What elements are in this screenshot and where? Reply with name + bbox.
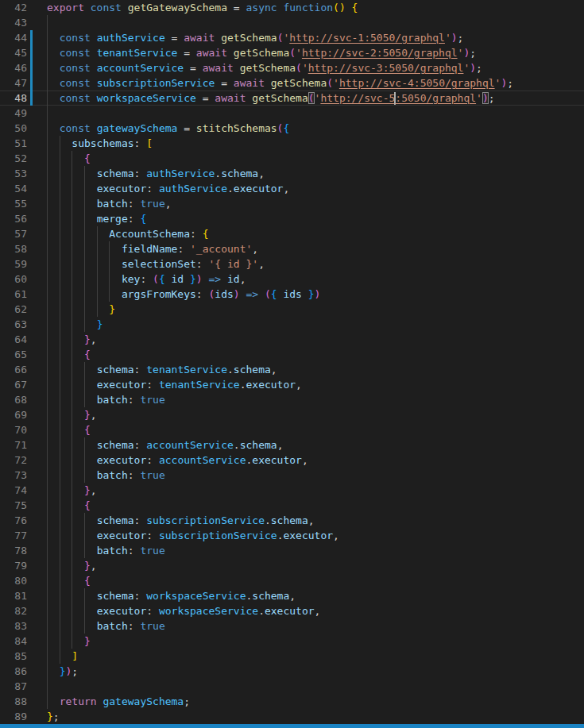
- code-line[interactable]: 42export const getGatewaySchema = async …: [0, 0, 584, 15]
- code-line[interactable]: 45 const tenantService = await getSchema…: [0, 45, 584, 60]
- line-number[interactable]: 57: [0, 226, 27, 241]
- line-number[interactable]: 88: [0, 694, 27, 709]
- code-line[interactable]: 71 schema: accountService.schema,: [0, 437, 584, 453]
- code-line[interactable]: 66 schema: tenantService.schema,: [0, 362, 584, 377]
- line-number[interactable]: 63: [0, 317, 27, 332]
- line-number[interactable]: 62: [0, 302, 27, 317]
- code-line[interactable]: 86 });: [0, 664, 584, 679]
- code-line[interactable]: 58 fieldName: '_account',: [0, 241, 584, 256]
- code-line[interactable]: 43: [0, 15, 584, 30]
- line-number[interactable]: 48: [0, 91, 27, 106]
- line-number[interactable]: 81: [0, 588, 27, 603]
- code-line[interactable]: 88 return gatewaySchema;: [0, 694, 584, 709]
- line-number[interactable]: 68: [0, 392, 27, 407]
- line-number[interactable]: 61: [0, 287, 27, 302]
- line-number[interactable]: 67: [0, 377, 27, 392]
- code-line[interactable]: 55 batch: true,: [0, 196, 584, 211]
- code-line[interactable]: 83 batch: true: [0, 618, 584, 634]
- line-number[interactable]: 42: [0, 0, 27, 15]
- line-number[interactable]: 44: [0, 30, 27, 45]
- code-line[interactable]: 54 executor: authService.executor,: [0, 181, 584, 196]
- git-modified-indicator[interactable]: [30, 75, 33, 91]
- code-line[interactable]: 52 {: [0, 151, 584, 166]
- line-number[interactable]: 72: [0, 453, 27, 468]
- line-number[interactable]: 51: [0, 136, 27, 151]
- code-line[interactable]: 47 const subscriptionService = await get…: [0, 75, 584, 91]
- code-line[interactable]: 72 executor: accountService.executor,: [0, 453, 584, 468]
- line-number[interactable]: 75: [0, 498, 27, 513]
- line-number[interactable]: 54: [0, 181, 27, 196]
- line-number[interactable]: 74: [0, 483, 27, 498]
- code-line[interactable]: 65 {: [0, 347, 584, 362]
- line-number[interactable]: 87: [0, 679, 27, 694]
- line-number[interactable]: 47: [0, 75, 27, 91]
- line-number[interactable]: 73: [0, 468, 27, 483]
- code-line[interactable]: 59 selectionSet: '{ id }',: [0, 256, 584, 272]
- line-number[interactable]: 83: [0, 618, 27, 634]
- code-line[interactable]: 63 }: [0, 317, 584, 332]
- line-number[interactable]: 80: [0, 573, 27, 588]
- code-line[interactable]: 51 subschemas: [: [0, 136, 584, 151]
- line-number[interactable]: 45: [0, 45, 27, 60]
- code-line[interactable]: 68 batch: true: [0, 392, 584, 407]
- line-number[interactable]: 55: [0, 196, 27, 211]
- line-number[interactable]: 49: [0, 106, 27, 121]
- line-number[interactable]: 46: [0, 60, 27, 75]
- code-line[interactable]: 49: [0, 106, 584, 121]
- line-number[interactable]: 79: [0, 558, 27, 573]
- line-number[interactable]: 70: [0, 422, 27, 437]
- code-line[interactable]: 61 argsFromKeys: (ids) => ({ ids }): [0, 287, 584, 302]
- code-line[interactable]: 50 const gatewaySchema = stitchSchemas({: [0, 121, 584, 136]
- line-number[interactable]: 89: [0, 709, 27, 724]
- line-number[interactable]: 71: [0, 437, 27, 453]
- code-line[interactable]: 80 {: [0, 573, 584, 588]
- git-modified-indicator[interactable]: [30, 60, 33, 75]
- code-line[interactable]: 82 executor: workspaceService.executor,: [0, 603, 584, 618]
- line-number[interactable]: 86: [0, 664, 27, 679]
- code-line[interactable]: 85 ]: [0, 649, 584, 664]
- line-number[interactable]: 59: [0, 256, 27, 272]
- code-line[interactable]: 73 batch: true: [0, 468, 584, 483]
- line-number[interactable]: 78: [0, 543, 27, 558]
- code-line[interactable]: 57 AccountSchema: {: [0, 226, 584, 241]
- code-line[interactable]: 62 }: [0, 302, 584, 317]
- code-line[interactable]: 60 key: ({ id }) => id,: [0, 272, 584, 287]
- code-line[interactable]: 81 schema: workspaceService.schema,: [0, 588, 584, 603]
- line-number[interactable]: 53: [0, 166, 27, 181]
- line-number[interactable]: 58: [0, 241, 27, 256]
- line-number[interactable]: 52: [0, 151, 27, 166]
- line-number[interactable]: 50: [0, 121, 27, 136]
- code-line[interactable]: 77 executor: subscriptionService.executo…: [0, 528, 584, 543]
- code-line[interactable]: 53 schema: authService.schema,: [0, 166, 584, 181]
- line-number[interactable]: 56: [0, 211, 27, 226]
- code-line[interactable]: 70 {: [0, 422, 584, 437]
- git-modified-indicator[interactable]: [30, 30, 33, 45]
- git-modified-indicator[interactable]: [30, 45, 33, 60]
- code-line[interactable]: 56 merge: {: [0, 211, 584, 226]
- line-number[interactable]: 66: [0, 362, 27, 377]
- line-number[interactable]: 77: [0, 528, 27, 543]
- code-line[interactable]: 89};: [0, 709, 584, 724]
- line-number[interactable]: 65: [0, 347, 27, 362]
- code-line[interactable]: 48 const workspaceService = await getSch…: [0, 91, 584, 106]
- line-number[interactable]: 82: [0, 603, 27, 618]
- line-number[interactable]: 84: [0, 634, 27, 649]
- code-line[interactable]: 46 const accountService = await getSchem…: [0, 60, 584, 75]
- line-number[interactable]: 85: [0, 649, 27, 664]
- code-line[interactable]: 79 },: [0, 558, 584, 573]
- code-line[interactable]: 67 executor: tenantService.executor,: [0, 377, 584, 392]
- line-number[interactable]: 64: [0, 332, 27, 347]
- line-number[interactable]: 43: [0, 15, 27, 30]
- code-line[interactable]: 75 {: [0, 498, 584, 513]
- line-number[interactable]: 76: [0, 513, 27, 528]
- code-line[interactable]: 87: [0, 679, 584, 694]
- code-line[interactable]: 74 },: [0, 483, 584, 498]
- code-line[interactable]: 64 },: [0, 332, 584, 347]
- code-line[interactable]: 78 batch: true: [0, 543, 584, 558]
- code-line[interactable]: 44 const authService = await getSchema('…: [0, 30, 584, 45]
- code-line[interactable]: 76 schema: subscriptionService.schema,: [0, 513, 584, 528]
- line-number[interactable]: 60: [0, 272, 27, 287]
- line-number[interactable]: 69: [0, 407, 27, 422]
- git-modified-indicator[interactable]: [30, 91, 33, 106]
- code-line[interactable]: 69 },: [0, 407, 584, 422]
